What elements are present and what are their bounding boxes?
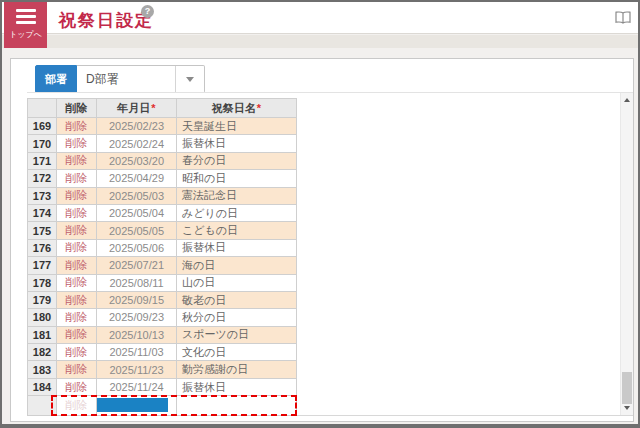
delete-cell: 削除 xyxy=(57,222,97,239)
row-number: 184 xyxy=(27,379,57,396)
table-row: 169 削除 2025/02/23 天皇誕生日 xyxy=(27,118,297,135)
date-cell: 2025/03/20 xyxy=(97,153,177,170)
date-cell: 2025/04/29 xyxy=(97,170,177,187)
row-number: 181 xyxy=(27,327,57,344)
table-row: 183 削除 2025/11/23 勤労感謝の日 xyxy=(27,361,297,378)
date-cell: 2025/09/23 xyxy=(97,309,177,326)
holiday-table-body: 169 削除 2025/02/23 天皇誕生日 170 削除 2025/02/2… xyxy=(27,118,297,396)
new-date-input-selected[interactable] xyxy=(97,398,168,412)
delete-link[interactable]: 削除 xyxy=(66,172,88,184)
new-row-delete-cell: 削除 xyxy=(57,396,97,415)
delete-cell: 削除 xyxy=(57,275,97,292)
table-row: 175 削除 2025/05/05 こどもの日 xyxy=(27,222,297,239)
date-cell: 2025/10/13 xyxy=(97,327,177,344)
department-label: 部署 xyxy=(35,65,77,93)
holiday-name-cell: 憲法記念日 xyxy=(177,188,297,205)
required-marker: * xyxy=(257,102,261,114)
date-cell: 2025/09/15 xyxy=(97,292,177,309)
scroll-down-icon[interactable] xyxy=(621,402,633,414)
required-marker: * xyxy=(151,102,155,114)
holiday-name-cell: 天皇誕生日 xyxy=(177,118,297,135)
top-bar: 祝祭日設定 ? xyxy=(2,2,638,34)
department-selected-value: D部署 xyxy=(77,71,175,88)
delete-cell: 削除 xyxy=(57,153,97,170)
delete-link[interactable]: 削除 xyxy=(66,154,88,166)
scroll-up-icon[interactable] xyxy=(621,94,633,106)
department-select[interactable]: D部署 xyxy=(77,65,205,93)
holiday-name-cell: みどりの日 xyxy=(177,205,297,222)
delete-cell: 削除 xyxy=(57,361,97,378)
row-number: 182 xyxy=(27,344,57,361)
holiday-name-cell: 振替休日 xyxy=(177,135,297,152)
row-number: 174 xyxy=(27,205,57,222)
row-number: 179 xyxy=(27,292,57,309)
date-cell: 2025/11/24 xyxy=(97,379,177,396)
menu-button-label: トップへ xyxy=(9,29,42,40)
date-cell: 2025/02/23 xyxy=(97,118,177,135)
vertical-scrollbar[interactable] xyxy=(620,93,633,415)
manual-book-icon[interactable] xyxy=(615,11,631,25)
date-cell: 2025/07/21 xyxy=(97,257,177,274)
delete-link[interactable]: 削除 xyxy=(66,276,88,288)
table-row: 173 削除 2025/05/03 憲法記念日 xyxy=(27,188,297,205)
delete-cell: 削除 xyxy=(57,240,97,257)
delete-link[interactable]: 削除 xyxy=(66,294,88,306)
delete-link-disabled: 削除 xyxy=(66,399,88,411)
column-header-date: 年月日* xyxy=(97,98,177,118)
scrollbar-thumb[interactable] xyxy=(622,372,632,404)
table-row: 174 削除 2025/05/04 みどりの日 xyxy=(27,205,297,222)
date-cell: 2025/11/03 xyxy=(97,344,177,361)
delete-link[interactable]: 削除 xyxy=(66,241,88,253)
holiday-name-cell: 山の日 xyxy=(177,275,297,292)
dropdown-caret-box[interactable] xyxy=(175,66,204,92)
delete-link[interactable]: 削除 xyxy=(66,381,88,393)
delete-link[interactable]: 削除 xyxy=(66,120,88,132)
row-number: 173 xyxy=(27,188,57,205)
holiday-name-cell: 振替休日 xyxy=(177,240,297,257)
delete-link[interactable]: 削除 xyxy=(66,346,88,358)
delete-link[interactable]: 削除 xyxy=(66,207,88,219)
delete-cell: 削除 xyxy=(57,344,97,361)
delete-cell: 削除 xyxy=(57,188,97,205)
table-row: 181 削除 2025/10/13 スポーツの日 xyxy=(27,327,297,344)
delete-link[interactable]: 削除 xyxy=(66,311,88,323)
table-row: 178 削除 2025/08/11 山の日 xyxy=(27,275,297,292)
table-row: 179 削除 2025/09/15 敬老の日 xyxy=(27,292,297,309)
row-number: 183 xyxy=(27,361,57,378)
table-row: 182 削除 2025/11/03 文化の日 xyxy=(27,344,297,361)
chevron-down-icon xyxy=(186,77,194,82)
delete-link[interactable]: 削除 xyxy=(66,363,88,375)
row-number: 180 xyxy=(27,309,57,326)
row-number: 170 xyxy=(27,135,57,152)
delete-cell: 削除 xyxy=(57,118,97,135)
hamburger-icon xyxy=(16,9,36,27)
delete-cell: 削除 xyxy=(57,379,97,396)
holiday-table: 削除 年月日* 祝祭日名* 169 削除 2025/02/23 天皇誕生日 xyxy=(27,98,297,416)
new-row-name-cell[interactable] xyxy=(177,396,297,415)
delete-cell: 削除 xyxy=(57,327,97,344)
delete-link[interactable]: 削除 xyxy=(66,224,88,236)
delete-link[interactable]: 削除 xyxy=(66,259,88,271)
delete-link[interactable]: 削除 xyxy=(66,328,88,340)
table-row: 171 削除 2025/03/20 春分の日 xyxy=(27,153,297,170)
holiday-name-cell: 春分の日 xyxy=(177,153,297,170)
delete-link[interactable]: 削除 xyxy=(66,189,88,201)
menu-button[interactable]: トップへ xyxy=(4,2,47,48)
delete-cell: 削除 xyxy=(57,292,97,309)
app-window: 祝祭日設定 ? トップへ 部署 D部署 xyxy=(0,0,640,428)
column-header-index xyxy=(27,98,57,118)
delete-cell: 削除 xyxy=(57,309,97,326)
date-cell: 2025/05/06 xyxy=(97,240,177,257)
date-cell: 2025/11/23 xyxy=(97,361,177,378)
page-title: 祝祭日設定 xyxy=(59,9,154,32)
table-row: 172 削除 2025/04/29 昭和の日 xyxy=(27,170,297,187)
department-filter: 部署 D部署 xyxy=(35,65,205,93)
help-icon[interactable]: ? xyxy=(141,5,154,18)
holiday-name-cell: 勤労感謝の日 xyxy=(177,361,297,378)
row-number: 177 xyxy=(27,257,57,274)
new-row-number-cell xyxy=(27,396,57,415)
delete-link[interactable]: 削除 xyxy=(66,137,88,149)
date-cell: 2025/02/24 xyxy=(97,135,177,152)
new-entry-row: 削除 xyxy=(27,396,297,415)
column-header-holiday-name: 祝祭日名* xyxy=(177,98,297,118)
